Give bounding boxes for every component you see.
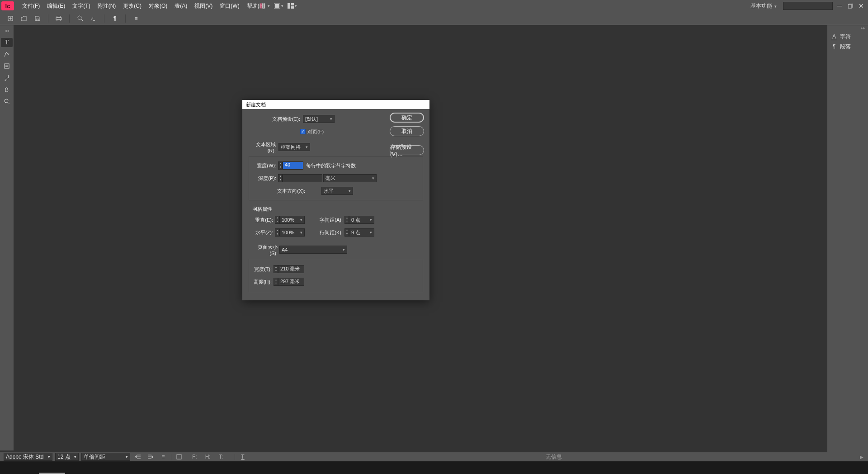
zoom-tool[interactable] (1, 97, 13, 106)
eyedropper-tool[interactable] (1, 73, 13, 82)
depth-spinner[interactable]: ▴▾ (278, 174, 283, 182)
textdir-value: 水平 (324, 188, 334, 194)
horiz-combo[interactable]: 100%▾ (279, 228, 305, 237)
textarea-value: 框架网格 (281, 144, 301, 151)
pagesize-label: 页面大小(S): (251, 244, 278, 256)
textarea-combo[interactable]: 框架网格▾ (278, 143, 310, 151)
svg-rect-4 (275, 4, 279, 8)
svg-text:✓: ✓ (90, 16, 94, 21)
svg-point-17 (78, 16, 81, 19)
textdir-combo[interactable]: 水平▾ (321, 187, 353, 195)
search-icon[interactable] (75, 14, 85, 23)
pheight-spinner[interactable]: ▴▾ (274, 278, 278, 286)
vert-spinner[interactable]: ▴▾ (275, 216, 279, 224)
dialog-title: 新建文档 (242, 100, 429, 109)
note-tool[interactable] (1, 62, 13, 71)
restore-button[interactable] (846, 2, 854, 10)
status-menu-icon[interactable]: ▶ (860, 455, 863, 460)
open-icon[interactable] (19, 14, 29, 23)
svg-rect-13 (36, 19, 39, 21)
vert-combo[interactable]: 100%▾ (279, 216, 305, 224)
menu-window[interactable]: 窗口(W) (216, 0, 243, 12)
horiz-value: 100% (282, 230, 294, 235)
menu-edit[interactable]: 编辑(E) (43, 0, 69, 12)
fontsize-combo[interactable]: 12 点▾ (55, 453, 79, 461)
charspace-combo[interactable]: 0 点▾ (349, 216, 374, 224)
new-doc-icon[interactable] (5, 14, 15, 23)
menu-change[interactable]: 更改(C) (119, 0, 145, 12)
leading-combo[interactable]: 单倍间距▾ (81, 453, 130, 461)
menu-file[interactable]: 文件(F) (19, 0, 43, 12)
pheight-input[interactable]: 297 毫米 (278, 278, 304, 286)
title-right: 基本功能 ▾ ─ ✕ (747, 2, 865, 10)
linespace-spinner[interactable]: ▴▾ (344, 228, 349, 237)
horiz-spinner[interactable]: ▴▾ (275, 228, 279, 237)
ok-button[interactable]: 确定 (390, 113, 424, 123)
facing-pages-checkbox[interactable]: ✓ (300, 129, 306, 134)
leading-value: 单倍间距 (84, 453, 105, 461)
indent-right-icon[interactable] (146, 453, 156, 461)
svg-rect-1 (262, 3, 264, 8)
title-center-tools: ▾ ▾ ▾ (260, 2, 297, 10)
t-label: T: (219, 454, 223, 460)
menu-text[interactable]: 文字(T) (69, 0, 94, 12)
text-measure-icon[interactable]: T (238, 453, 248, 461)
svg-rect-26 (177, 455, 181, 459)
close-button[interactable]: ✕ (857, 2, 865, 10)
charspace-value: 0 点 (351, 217, 360, 223)
help-search-input[interactable] (783, 2, 833, 10)
menu-view[interactable]: 视图(V) (191, 0, 216, 12)
arrange-docs-button[interactable]: ▾ (287, 2, 297, 10)
menu-note[interactable]: 附注(N) (94, 0, 120, 12)
pwidth-input[interactable]: 210 毫米 (278, 265, 304, 273)
svg-rect-5 (288, 3, 290, 9)
panel-handle[interactable]: ◂◂ (1, 28, 12, 30)
screen-mode-button[interactable]: ▾ (274, 2, 283, 10)
textdir-label: 文本方向(X): (253, 188, 305, 194)
depth-unit-combo[interactable]: 毫米▾ (323, 174, 377, 182)
svg-line-18 (81, 19, 83, 21)
workspace-selector[interactable]: 基本功能 ▾ (747, 2, 780, 10)
linespace-combo[interactable]: 9 点▾ (349, 228, 374, 237)
save-preset-button[interactable]: 存储预设(V)… (390, 145, 424, 155)
menu-icon[interactable]: ≡ (131, 14, 141, 23)
right-panels: ▸▸ A字符 ¶段落 (827, 25, 868, 452)
svg-rect-20 (5, 64, 9, 68)
print-icon[interactable] (54, 14, 64, 23)
preset-label: 文档预设(C): (249, 116, 300, 123)
f-label: F: (192, 454, 197, 460)
pilcrow-icon[interactable]: ¶ (110, 14, 120, 23)
textarea-label: 文本区域(R): (249, 141, 276, 153)
hand-tool[interactable] (1, 85, 13, 94)
panel-character[interactable]: A字符 (827, 32, 868, 42)
menu-object[interactable]: 对象(O) (145, 0, 171, 12)
pheight-label: 高度(H): (253, 279, 272, 285)
spellcheck-icon[interactable]: ✓ (89, 14, 99, 23)
width-label: 宽度(W): (253, 162, 276, 169)
save-icon[interactable] (33, 14, 42, 23)
menu-table[interactable]: 表(A) (171, 0, 191, 12)
cancel-button[interactable]: 取消 (390, 126, 424, 136)
panel-collapse-handle[interactable]: ▸▸ (827, 25, 868, 32)
position-tool[interactable] (1, 50, 13, 59)
highlight-mode-button[interactable]: ▾ (260, 2, 270, 10)
preset-combo[interactable]: [默认]▾ (303, 115, 335, 123)
svg-line-25 (8, 102, 9, 104)
svg-rect-6 (291, 3, 294, 5)
width-spinner[interactable]: ▴▾ (278, 161, 283, 170)
width-note: 每行中的双字节字符数 (306, 162, 356, 169)
pagesize-combo[interactable]: A4▾ (279, 246, 347, 254)
minimize-button[interactable]: ─ (835, 2, 844, 10)
info-box-icon[interactable] (174, 453, 184, 461)
charspace-spinner[interactable]: ▴▾ (344, 216, 349, 224)
depth-input[interactable] (283, 174, 322, 182)
width-input[interactable]: 40 (283, 161, 303, 170)
pwidth-spinner[interactable]: ▴▾ (274, 265, 278, 273)
align-icon[interactable]: ≡ (158, 453, 168, 461)
type-tool[interactable]: T (1, 38, 13, 47)
indent-left-icon[interactable] (133, 453, 143, 461)
panel-paragraph[interactable]: ¶段落 (827, 42, 868, 52)
toolbar: ✓ ¶ ≡ (0, 12, 868, 25)
font-combo[interactable]: Adobe 宋体 Std▾ (4, 453, 52, 461)
linespace-value: 9 点 (351, 229, 360, 236)
